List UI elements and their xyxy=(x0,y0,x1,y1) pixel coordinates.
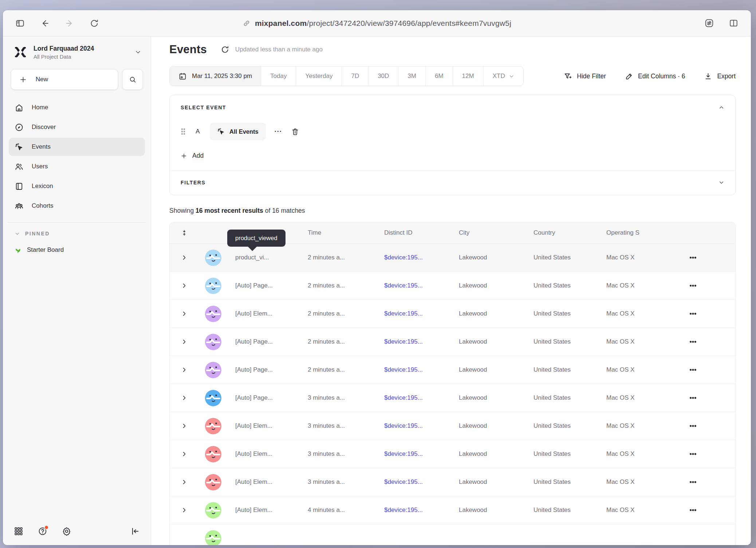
row-more-button[interactable] xyxy=(689,506,697,514)
date-picker[interactable]: Mar 11, 2025 3:30 pm xyxy=(170,67,261,86)
split-view-icon[interactable] xyxy=(729,18,739,28)
expand-row-button[interactable] xyxy=(181,310,188,317)
distinct-id-link[interactable]: $device:195... xyxy=(384,506,423,513)
hide-filter-button[interactable]: Hide Filter xyxy=(564,72,606,81)
sidebar-item-cohorts[interactable]: Cohorts xyxy=(9,197,145,215)
cell-time: 3 minutes a... xyxy=(303,478,379,486)
distinct-id-link[interactable]: $device:195... xyxy=(384,254,423,261)
row-more-button[interactable] xyxy=(689,338,697,346)
header-time[interactable]: Time xyxy=(303,229,379,236)
drag-handle-icon[interactable] xyxy=(181,128,186,135)
table-row[interactable]: [Auto] Elem... 2 minutes a... $device:19… xyxy=(170,300,735,328)
row-more-button[interactable] xyxy=(689,394,697,402)
cell-os: Mac OS X xyxy=(601,450,676,458)
new-button[interactable]: New xyxy=(11,69,118,90)
help-icon[interactable] xyxy=(38,527,47,536)
preset-today[interactable]: Today xyxy=(261,67,296,86)
table-row[interactable]: [Auto] Elem... 4 minutes a... $device:19… xyxy=(170,496,735,524)
header-city[interactable]: City xyxy=(454,229,528,236)
distinct-id-link[interactable]: $device:195... xyxy=(384,310,423,317)
header-country[interactable]: Country xyxy=(528,229,601,236)
table-row[interactable]: [Auto] Elem... 3 minutes a... $device:19… xyxy=(170,468,735,496)
distinct-id-link[interactable]: $device:195... xyxy=(384,422,423,429)
distinct-id-link[interactable]: $device:195... xyxy=(384,366,423,373)
project-scope: All Project Data xyxy=(34,54,94,60)
expand-row-button[interactable] xyxy=(181,423,188,429)
forward-icon[interactable] xyxy=(65,19,74,28)
settings-gear-icon[interactable] xyxy=(62,527,71,536)
preset-12m[interactable]: 12M xyxy=(453,67,483,86)
sidebar-item-events[interactable]: Events xyxy=(9,138,145,156)
preset-30d[interactable]: 30D xyxy=(368,67,398,86)
preset-xtd-dropdown[interactable]: XTD xyxy=(483,67,523,86)
sidebar-item-lexicon[interactable]: Lexicon xyxy=(9,177,145,195)
apps-grid-icon[interactable] xyxy=(14,527,23,536)
cohorts-icon xyxy=(15,201,24,211)
row-more-button[interactable] xyxy=(689,282,697,290)
table-row[interactable]: [Auto] Elem... 3 minutes a... $device:19… xyxy=(170,440,735,468)
header-distinct-id[interactable]: Distinct ID xyxy=(379,229,454,236)
distinct-id-link[interactable]: $device:195... xyxy=(384,338,423,345)
expand-row-button[interactable] xyxy=(181,254,188,261)
distinct-id-link[interactable]: $device:195... xyxy=(384,450,423,457)
table-row[interactable] xyxy=(170,524,735,545)
cell-time: 2 minutes a... xyxy=(303,310,379,317)
event-name: [Auto] Elem... xyxy=(235,450,272,458)
expand-row-button[interactable] xyxy=(181,367,188,373)
page-title: Events xyxy=(169,43,207,56)
expand-row-button[interactable] xyxy=(181,507,188,513)
back-icon[interactable] xyxy=(40,19,50,28)
preset-yesterday[interactable]: Yesterday xyxy=(296,67,342,86)
chevron-down-icon xyxy=(135,49,141,55)
user-avatar xyxy=(205,250,221,266)
address-bar[interactable]: mixpanel.com/project/3472420/view/397469… xyxy=(3,19,751,28)
collapse-sidebar-icon[interactable] xyxy=(130,527,140,536)
distinct-id-link[interactable]: $device:195... xyxy=(384,478,423,485)
row-more-button[interactable] xyxy=(689,366,697,374)
reload-icon[interactable] xyxy=(90,19,99,28)
extensions-icon[interactable] xyxy=(704,18,714,28)
updated-status: Updated less than a minute ago xyxy=(235,46,323,53)
row-more-button[interactable] xyxy=(689,450,697,458)
expand-row-button[interactable] xyxy=(181,282,188,289)
table-row[interactable]: [Auto] Page... 2 minutes a... $device:19… xyxy=(170,356,735,384)
pinned-section-header[interactable]: PINNED xyxy=(15,231,145,236)
add-event-button[interactable]: Add xyxy=(181,152,204,160)
row-more-button[interactable] xyxy=(689,254,697,262)
expand-row-button[interactable] xyxy=(181,451,188,457)
preset-3m[interactable]: 3M xyxy=(398,67,425,86)
table-row[interactable]: [Auto] Page... 2 minutes a... $device:19… xyxy=(170,328,735,356)
sidebar-toggle-icon[interactable] xyxy=(15,19,25,28)
cell-country: United States xyxy=(528,254,601,261)
distinct-id-link[interactable]: $device:195... xyxy=(384,282,423,289)
expand-section-icon[interactable] xyxy=(718,180,724,185)
distinct-id-link[interactable]: $device:195... xyxy=(384,394,423,401)
row-more-button[interactable] xyxy=(689,478,697,486)
export-button[interactable]: Export xyxy=(704,72,736,81)
collapse-all-rows-icon[interactable] xyxy=(170,229,199,236)
sidebar-item-discover[interactable]: Discover xyxy=(9,118,145,136)
expand-row-button[interactable] xyxy=(181,338,188,345)
export-label: Export xyxy=(717,73,736,80)
refresh-icon[interactable] xyxy=(221,45,229,54)
row-more-button[interactable] xyxy=(689,310,697,318)
sidebar-item-home[interactable]: Home xyxy=(9,98,145,117)
search-button[interactable] xyxy=(122,69,143,90)
project-switcher[interactable]: Lord Farquaad 2024 All Project Data xyxy=(14,44,141,60)
preset-7d[interactable]: 7D xyxy=(342,67,368,86)
all-events-chip[interactable]: All Events xyxy=(210,123,266,140)
collapse-section-icon[interactable] xyxy=(718,105,724,110)
event-more-button[interactable]: ··· xyxy=(275,128,282,136)
preset-6m[interactable]: 6M xyxy=(425,67,453,86)
expand-row-button[interactable] xyxy=(181,395,188,401)
expand-row-button[interactable] xyxy=(181,479,188,485)
table-row[interactable]: [Auto] Page... 3 minutes a... $device:19… xyxy=(170,384,735,412)
edit-columns-button[interactable]: Edit Columns · 6 xyxy=(625,72,685,81)
trash-icon[interactable] xyxy=(291,128,299,136)
pinned-item-starter-board[interactable]: Starter Board xyxy=(14,246,145,254)
table-row[interactable]: [Auto] Page... 2 minutes a... $device:19… xyxy=(170,271,735,300)
table-row[interactable]: [Auto] Elem... 3 minutes a... $device:19… xyxy=(170,412,735,440)
row-more-button[interactable] xyxy=(689,422,697,430)
header-os[interactable]: Operating S xyxy=(601,229,676,236)
sidebar-item-users[interactable]: Users xyxy=(9,157,145,176)
